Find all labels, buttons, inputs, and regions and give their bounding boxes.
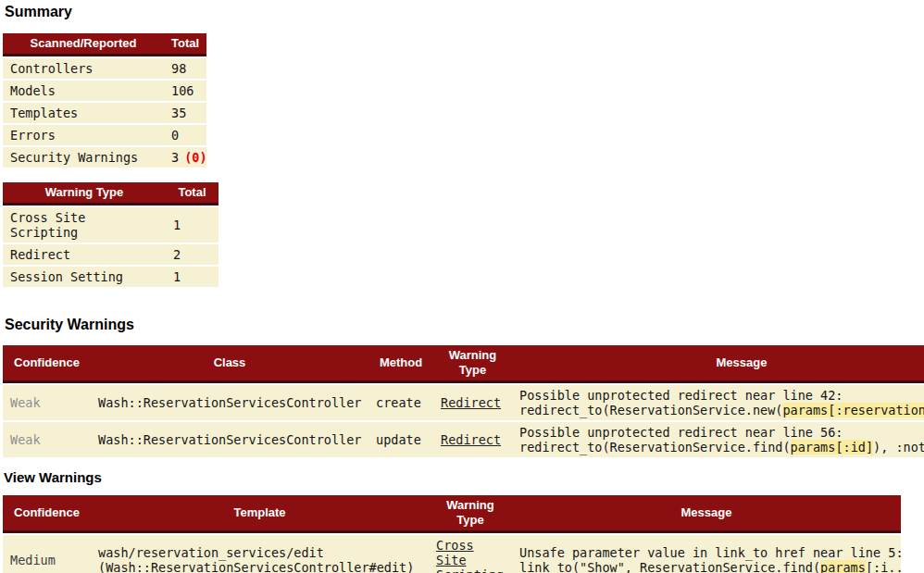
scanned-label: Templates bbox=[3, 103, 164, 123]
class-value: Wash::ReservationServicesController bbox=[91, 385, 368, 420]
scanned-label: Errors bbox=[3, 125, 164, 145]
warning-type-total: 1 bbox=[166, 267, 219, 287]
column-header-message: Message bbox=[512, 495, 901, 533]
confidence-value: Weak bbox=[3, 385, 91, 420]
column-header-total: Total bbox=[166, 182, 219, 206]
message-line-1: Unsafe parameter value in link_to href n… bbox=[519, 545, 893, 560]
message-cell: Possible unprotected redirect near line … bbox=[512, 385, 924, 420]
column-header-template: Template bbox=[91, 495, 429, 533]
warning-count: 3 bbox=[171, 150, 179, 165]
message-code: link_to("Show", ReservationService.find( bbox=[519, 560, 820, 573]
scanned-label: Models bbox=[3, 81, 164, 101]
column-header-class: Class bbox=[91, 345, 368, 383]
column-header-confidence: Confidence bbox=[3, 345, 91, 383]
table-header-row: Confidence Template Warning Type Message bbox=[3, 495, 901, 533]
scanned-total: 35 bbox=[164, 103, 206, 123]
warning-type-link[interactable]: Cross Site Scripting bbox=[436, 538, 504, 573]
warning-type-label: Session Setting bbox=[3, 267, 166, 287]
scanned-reported-table: Scanned/Reported Total Controllers 98 Mo… bbox=[3, 31, 206, 169]
table-row: Errors 0 bbox=[3, 125, 206, 145]
warning-type-label: Cross Site Scripting bbox=[3, 207, 166, 243]
table-header-row: Scanned/Reported Total bbox=[3, 33, 206, 56]
column-header-method: Method bbox=[368, 345, 433, 383]
table-row: Session Setting 1 bbox=[3, 267, 219, 287]
param-highlight: params bbox=[820, 560, 866, 573]
view-warning-row: Medium wash/reservation_services/edit (W… bbox=[3, 535, 901, 573]
table-row: Controllers 98 bbox=[3, 58, 206, 79]
table-row: Models 106 bbox=[3, 81, 206, 101]
scanned-total: 98 bbox=[164, 58, 206, 79]
scanned-total: 106 bbox=[164, 81, 206, 101]
table-row: Security Warnings 3(0) bbox=[3, 147, 206, 168]
warning-type-table: Warning Type Total Cross Site Scripting … bbox=[3, 181, 219, 289]
warning-type-link[interactable]: Redirect bbox=[441, 395, 501, 410]
column-header-total: Total bbox=[164, 33, 206, 56]
table-row: Templates 35 bbox=[3, 103, 206, 123]
warning-type-total: 2 bbox=[166, 244, 219, 265]
warning-type-label: Redirect bbox=[3, 244, 166, 265]
fingerprint-count-badge: (0) bbox=[184, 150, 206, 165]
view-warnings-heading: View Warnings bbox=[4, 470, 924, 485]
scanned-label: Security Warnings bbox=[3, 147, 164, 168]
message-line-2: link_to("Show", ReservationService.find(… bbox=[519, 560, 893, 573]
message-line-1: Possible unprotected redirect near line … bbox=[519, 388, 924, 403]
column-header-warning-type: Warning Type bbox=[429, 495, 512, 533]
table-row: Redirect 2 bbox=[3, 244, 219, 265]
message-code: redirect_to(ReservationService.find( bbox=[519, 440, 791, 455]
message-line-1: Possible unprotected redirect near line … bbox=[519, 425, 924, 440]
warning-type-cell: Redirect bbox=[433, 422, 512, 457]
message-cell: Unsafe parameter value in link_to href n… bbox=[512, 535, 901, 573]
column-header-scanned-reported: Scanned/Reported bbox=[3, 33, 164, 56]
table-header-row: Confidence Class Method Warning Type Mes… bbox=[3, 345, 924, 383]
warning-type-cell: Redirect bbox=[433, 385, 512, 420]
security-warning-row: Weak Wash::ReservationServicesController… bbox=[3, 422, 924, 457]
confidence-value: Medium bbox=[3, 535, 91, 573]
table-header-row: Warning Type Total bbox=[3, 182, 219, 206]
warning-type-cell: Cross Site Scripting bbox=[429, 535, 512, 573]
security-warning-row: Weak Wash::ReservationServicesController… bbox=[3, 385, 924, 420]
message-code: redirect_to(ReservationService.new( bbox=[519, 403, 782, 417]
column-header-confidence: Confidence bbox=[3, 495, 91, 533]
param-highlight: params[:reservation_ bbox=[782, 403, 924, 417]
scanned-label: Controllers bbox=[3, 58, 164, 79]
message-code: [:i... bbox=[866, 560, 901, 573]
column-header-warning-type: Warning Type bbox=[433, 345, 512, 383]
scanned-total: 0 bbox=[164, 125, 206, 145]
param-highlight: params[:id] bbox=[791, 440, 873, 455]
method-value: create bbox=[368, 385, 433, 420]
method-value: update bbox=[368, 422, 433, 457]
message-line-2: redirect_to(ReservationService.new(param… bbox=[519, 403, 924, 417]
warning-type-total: 1 bbox=[166, 207, 219, 243]
warning-type-link[interactable]: Redirect bbox=[441, 432, 501, 447]
security-warnings-heading: Security Warnings bbox=[5, 317, 924, 332]
summary-heading: Summary bbox=[5, 4, 924, 19]
column-header-warning-type: Warning Type bbox=[3, 182, 166, 206]
template-value: wash/reservation_services/edit (Wash::Re… bbox=[91, 535, 429, 573]
brakeman-report-page: { "headings": { "summary": "Summary", "s… bbox=[0, 0, 924, 573]
security-warnings-table: Confidence Class Method Warning Type Mes… bbox=[3, 343, 924, 459]
class-value: Wash::ReservationServicesController bbox=[91, 422, 368, 457]
view-warnings-table: Confidence Template Warning Type Message… bbox=[3, 493, 901, 573]
column-header-message: Message bbox=[512, 345, 924, 383]
message-code: ), :noti bbox=[873, 440, 924, 455]
message-cell: Possible unprotected redirect near line … bbox=[512, 422, 924, 457]
confidence-value: Weak bbox=[3, 422, 91, 457]
scanned-total: 3(0) bbox=[164, 147, 206, 168]
message-line-2: redirect_to(ReservationService.find(para… bbox=[519, 440, 924, 455]
table-row: Cross Site Scripting 1 bbox=[3, 207, 219, 243]
